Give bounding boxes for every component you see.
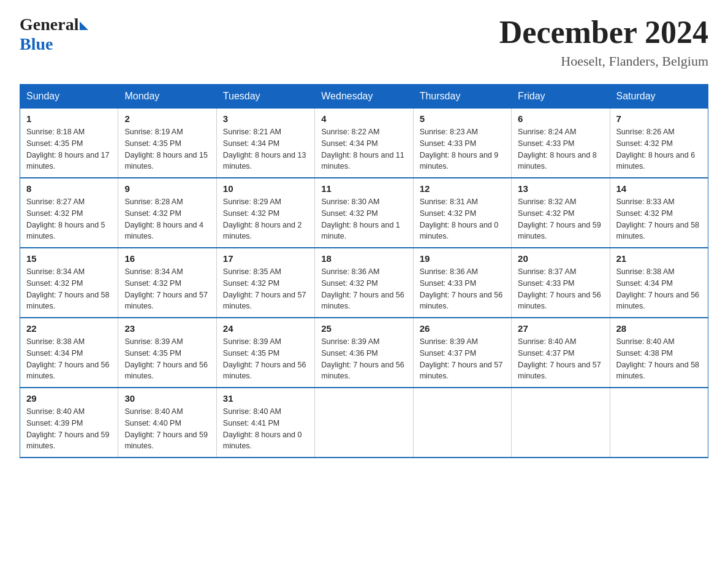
table-row [512, 388, 610, 458]
day-info: Sunrise: 8:24 AMSunset: 4:33 PMDaylight:… [518, 128, 597, 170]
table-row: 16 Sunrise: 8:34 AMSunset: 4:32 PMDaylig… [118, 248, 216, 318]
day-info: Sunrise: 8:40 AMSunset: 4:39 PMDaylight:… [26, 407, 110, 450]
day-number: 5 [420, 113, 505, 124]
table-row: 29 Sunrise: 8:40 AMSunset: 4:39 PMDaylig… [20, 388, 118, 458]
day-number: 23 [124, 323, 210, 334]
table-row: 5 Sunrise: 8:23 AMSunset: 4:33 PMDayligh… [413, 109, 511, 178]
col-monday: Monday [118, 85, 216, 109]
day-number: 9 [124, 183, 210, 194]
table-row: 15 Sunrise: 8:34 AMSunset: 4:32 PMDaylig… [20, 248, 118, 318]
table-row: 11 Sunrise: 8:30 AMSunset: 4:32 PMDaylig… [315, 178, 413, 248]
table-row: 28 Sunrise: 8:40 AMSunset: 4:38 PMDaylig… [610, 318, 708, 388]
col-wednesday: Wednesday [315, 85, 413, 109]
day-info: Sunrise: 8:23 AMSunset: 4:33 PMDaylight:… [420, 128, 499, 170]
day-number: 2 [124, 113, 210, 124]
table-row: 7 Sunrise: 8:26 AMSunset: 4:32 PMDayligh… [610, 109, 708, 178]
table-row: 14 Sunrise: 8:33 AMSunset: 4:32 PMDaylig… [610, 178, 708, 248]
day-info: Sunrise: 8:22 AMSunset: 4:34 PMDaylight:… [321, 128, 404, 170]
table-row: 12 Sunrise: 8:31 AMSunset: 4:32 PMDaylig… [413, 178, 511, 248]
day-number: 6 [518, 113, 603, 124]
day-number: 27 [518, 323, 603, 334]
day-info: Sunrise: 8:21 AMSunset: 4:34 PMDaylight:… [223, 128, 306, 170]
month-title: December 2024 [499, 15, 708, 50]
table-row [315, 388, 413, 458]
day-info: Sunrise: 8:40 AMSunset: 4:41 PMDaylight:… [223, 407, 302, 450]
col-saturday: Saturday [610, 85, 708, 109]
table-row: 3 Sunrise: 8:21 AMSunset: 4:34 PMDayligh… [216, 109, 314, 178]
location-title: Hoeselt, Flanders, Belgium [499, 53, 708, 69]
table-row: 18 Sunrise: 8:36 AMSunset: 4:32 PMDaylig… [315, 248, 413, 318]
day-info: Sunrise: 8:19 AMSunset: 4:35 PMDaylight:… [124, 128, 208, 170]
day-info: Sunrise: 8:39 AMSunset: 4:37 PMDaylight:… [420, 337, 503, 380]
day-info: Sunrise: 8:39 AMSunset: 4:35 PMDaylight:… [124, 337, 208, 380]
day-info: Sunrise: 8:38 AMSunset: 4:34 PMDaylight:… [616, 267, 700, 310]
table-row: 22 Sunrise: 8:38 AMSunset: 4:34 PMDaylig… [20, 318, 118, 388]
table-row: 24 Sunrise: 8:39 AMSunset: 4:35 PMDaylig… [216, 318, 314, 388]
day-number: 14 [616, 183, 702, 194]
table-row: 19 Sunrise: 8:36 AMSunset: 4:33 PMDaylig… [413, 248, 511, 318]
calendar-week-row: 15 Sunrise: 8:34 AMSunset: 4:32 PMDaylig… [20, 248, 708, 318]
day-info: Sunrise: 8:40 AMSunset: 4:38 PMDaylight:… [616, 337, 700, 380]
col-thursday: Thursday [413, 85, 511, 109]
day-info: Sunrise: 8:28 AMSunset: 4:32 PMDaylight:… [124, 197, 203, 240]
day-number: 7 [616, 113, 702, 124]
col-sunday: Sunday [20, 85, 118, 109]
table-row: 9 Sunrise: 8:28 AMSunset: 4:32 PMDayligh… [118, 178, 216, 248]
day-info: Sunrise: 8:36 AMSunset: 4:33 PMDaylight:… [420, 267, 503, 310]
day-number: 20 [518, 253, 603, 264]
table-row: 27 Sunrise: 8:40 AMSunset: 4:37 PMDaylig… [512, 318, 610, 388]
calendar-week-row: 1 Sunrise: 8:18 AMSunset: 4:35 PMDayligh… [20, 109, 708, 178]
day-number: 15 [26, 253, 112, 264]
calendar-week-row: 29 Sunrise: 8:40 AMSunset: 4:39 PMDaylig… [20, 388, 708, 458]
table-row: 8 Sunrise: 8:27 AMSunset: 4:32 PMDayligh… [20, 178, 118, 248]
day-number: 28 [616, 323, 702, 334]
table-row: 20 Sunrise: 8:37 AMSunset: 4:33 PMDaylig… [512, 248, 610, 318]
day-number: 29 [26, 393, 112, 404]
day-number: 1 [26, 113, 112, 124]
table-row [610, 388, 708, 458]
day-number: 19 [420, 253, 505, 264]
table-row: 25 Sunrise: 8:39 AMSunset: 4:36 PMDaylig… [315, 318, 413, 388]
day-number: 10 [223, 183, 308, 194]
table-row: 26 Sunrise: 8:39 AMSunset: 4:37 PMDaylig… [413, 318, 511, 388]
day-number: 24 [223, 323, 308, 334]
col-friday: Friday [512, 85, 610, 109]
table-row: 6 Sunrise: 8:24 AMSunset: 4:33 PMDayligh… [512, 109, 610, 178]
day-info: Sunrise: 8:30 AMSunset: 4:32 PMDaylight:… [321, 197, 400, 240]
table-row: 21 Sunrise: 8:38 AMSunset: 4:34 PMDaylig… [610, 248, 708, 318]
page-header: General Blue December 2024 Hoeselt, Flan… [20, 15, 708, 69]
day-number: 17 [223, 253, 308, 264]
calendar-table: Sunday Monday Tuesday Wednesday Thursday… [20, 84, 708, 458]
day-info: Sunrise: 8:39 AMSunset: 4:36 PMDaylight:… [321, 337, 404, 380]
day-info: Sunrise: 8:33 AMSunset: 4:32 PMDaylight:… [616, 197, 700, 240]
day-number: 13 [518, 183, 603, 194]
day-info: Sunrise: 8:29 AMSunset: 4:32 PMDaylight:… [223, 197, 302, 240]
day-info: Sunrise: 8:34 AMSunset: 4:32 PMDaylight:… [124, 267, 208, 310]
day-number: 16 [124, 253, 210, 264]
calendar-body: 1 Sunrise: 8:18 AMSunset: 4:35 PMDayligh… [20, 109, 708, 458]
logo-blue: Blue [20, 34, 53, 54]
day-info: Sunrise: 8:32 AMSunset: 4:32 PMDaylight:… [518, 197, 601, 240]
day-info: Sunrise: 8:39 AMSunset: 4:35 PMDaylight:… [223, 337, 306, 380]
table-row: 1 Sunrise: 8:18 AMSunset: 4:35 PMDayligh… [20, 109, 118, 178]
day-number: 18 [321, 253, 406, 264]
day-number: 31 [223, 393, 308, 404]
table-row [413, 388, 511, 458]
table-row: 30 Sunrise: 8:40 AMSunset: 4:40 PMDaylig… [118, 388, 216, 458]
day-number: 8 [26, 183, 112, 194]
calendar-header: Sunday Monday Tuesday Wednesday Thursday… [20, 85, 708, 109]
day-number: 12 [420, 183, 505, 194]
table-row: 13 Sunrise: 8:32 AMSunset: 4:32 PMDaylig… [512, 178, 610, 248]
day-number: 30 [124, 393, 210, 404]
day-info: Sunrise: 8:37 AMSunset: 4:33 PMDaylight:… [518, 267, 601, 310]
day-info: Sunrise: 8:35 AMSunset: 4:32 PMDaylight:… [223, 267, 306, 310]
day-number: 25 [321, 323, 406, 334]
day-number: 26 [420, 323, 505, 334]
day-info: Sunrise: 8:40 AMSunset: 4:40 PMDaylight:… [124, 407, 208, 450]
table-row: 4 Sunrise: 8:22 AMSunset: 4:34 PMDayligh… [315, 109, 413, 178]
day-number: 11 [321, 183, 406, 194]
day-info: Sunrise: 8:27 AMSunset: 4:32 PMDaylight:… [26, 197, 105, 240]
logo: General Blue [20, 15, 88, 54]
day-number: 22 [26, 323, 112, 334]
day-info: Sunrise: 8:38 AMSunset: 4:34 PMDaylight:… [26, 337, 110, 380]
